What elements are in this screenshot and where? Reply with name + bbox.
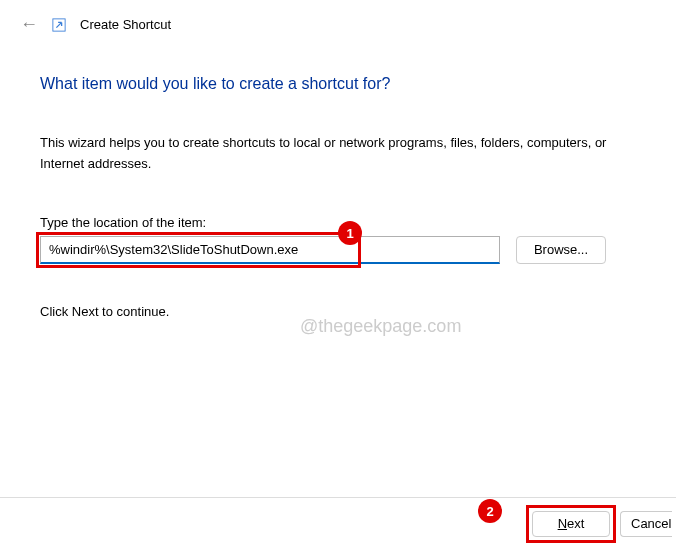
next-wrapper: Next (532, 511, 610, 537)
location-wrapper (40, 236, 500, 264)
wizard-description: This wizard helps you to create shortcut… (40, 133, 636, 175)
location-label: Type the location of the item: (40, 215, 636, 230)
cancel-button[interactable]: Cancel (620, 511, 672, 537)
wizard-header: ← Create Shortcut (0, 0, 676, 45)
wizard-footer: 2 Next Cancel (0, 497, 676, 549)
callout-marker-2: 2 (478, 499, 502, 523)
input-row: Browse... (40, 236, 636, 264)
browse-button[interactable]: Browse... (516, 236, 606, 264)
wizard-title: Create Shortcut (80, 17, 171, 32)
continue-text: Click Next to continue. (40, 304, 636, 319)
next-button[interactable]: Next (532, 511, 610, 537)
main-heading: What item would you like to create a sho… (40, 75, 636, 93)
wizard-content: What item would you like to create a sho… (0, 45, 676, 339)
back-arrow-icon: ← (20, 14, 38, 35)
location-input[interactable] (40, 236, 500, 264)
shortcut-icon (52, 18, 66, 32)
